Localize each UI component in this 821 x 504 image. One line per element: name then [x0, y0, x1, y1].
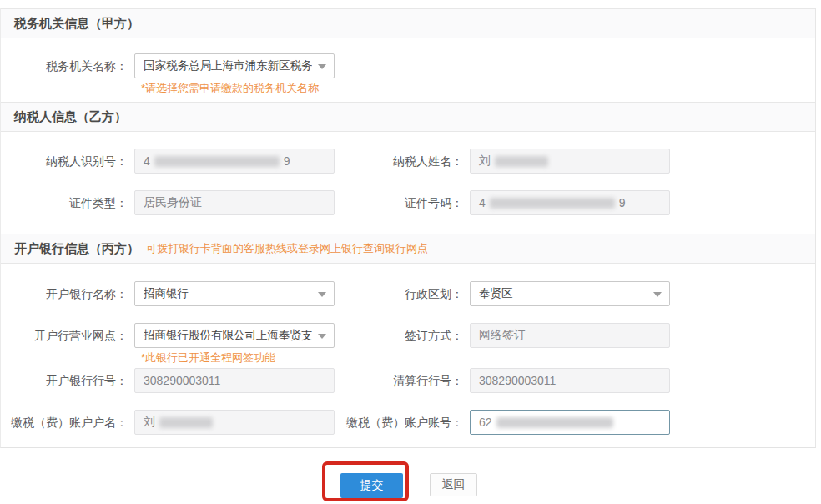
- bank-branch-value: 招商银行股份有限公司上海奉贤支行: [144, 328, 312, 343]
- tax-authority-name-label: 税务机关名称：: [1, 53, 134, 78]
- back-button[interactable]: 返回: [430, 473, 477, 496]
- sign-method-field: 网络签订: [470, 323, 670, 348]
- form-panel: 税务机关信息（甲方） 税务机关名称： 国家税务总局上海市浦东新区税务局 *请选择…: [0, 8, 816, 448]
- bank-name-select[interactable]: 招商银行: [134, 281, 335, 306]
- account-number-prefix: 62: [479, 416, 492, 429]
- taxpayer-name-prefix: 刘: [479, 154, 491, 169]
- section-tax-authority-header: 税务机关信息（甲方）: [1, 8, 815, 38]
- account-name-label: 缴税（费）账户户名：: [1, 410, 134, 435]
- form-actions: 提交 返回: [0, 473, 821, 498]
- section-tax-authority-body: 税务机关名称： 国家税务总局上海市浦东新区税务局 *请选择您需申请缴款的税务机关…: [1, 38, 815, 102]
- account-name-prefix: 刘: [144, 415, 155, 430]
- account-name-field: 刘: [134, 410, 335, 435]
- taxpayer-id-label: 纳税人识别号：: [1, 149, 134, 174]
- section-taxpayer-title: 纳税人信息（乙方）: [14, 102, 127, 132]
- tripartite-agreement-form-page: 税务机关信息（甲方） 税务机关名称： 国家税务总局上海市浦东新区税务局 *请选择…: [0, 0, 821, 504]
- section-bank-title: 开户银行信息（丙方）: [14, 234, 139, 264]
- bank-branch-label: 开户行营业网点：: [1, 323, 134, 348]
- clearing-code-label: 清算行行号：: [335, 368, 470, 393]
- cert-type-field: 居民身份证: [134, 190, 335, 215]
- account-number-input[interactable]: 62: [470, 410, 670, 435]
- cert-type-label: 证件类型：: [1, 190, 134, 215]
- clearing-code-value: 308290003011: [479, 374, 556, 387]
- cert-number-suffix: 9: [619, 196, 626, 209]
- redacted-value: [490, 198, 615, 209]
- redacted-value: [159, 417, 213, 428]
- redacted-value: [495, 156, 548, 167]
- bank-code-value: 308290003011: [144, 374, 220, 387]
- redacted-value: [154, 156, 280, 167]
- tax-authority-name-select[interactable]: 国家税务总局上海市浦东新区税务局: [134, 53, 335, 78]
- cert-number-field: 4 9: [470, 190, 670, 215]
- district-select[interactable]: 奉贤区: [470, 281, 670, 306]
- cert-type-value: 居民身份证: [144, 195, 202, 210]
- section-tax-authority-title: 税务机关信息（甲方）: [14, 8, 139, 38]
- taxpayer-name-field: 刘: [470, 149, 670, 174]
- submit-wrap: 提交: [340, 473, 403, 498]
- redacted-value: [496, 417, 613, 428]
- taxpayer-id-field: 4 9: [134, 149, 335, 174]
- bank-branch-hint: *此银行已开通全程网签功能: [141, 352, 815, 364]
- section-taxpayer-body: 纳税人识别号： 4 9 纳税人姓名： 刘: [1, 132, 815, 234]
- taxpayer-id-prefix: 4: [144, 154, 150, 168]
- tax-authority-hint: *请选择您需申请缴款的税务机关名称: [141, 83, 815, 94]
- bank-name-value: 招商银行: [144, 286, 189, 301]
- bank-code-field: 308290003011: [134, 368, 335, 393]
- tax-authority-name-value: 国家税务总局上海市浦东新区税务局: [144, 58, 312, 73]
- bank-code-label: 开户银行行号：: [1, 368, 134, 393]
- district-value: 奉贤区: [479, 286, 513, 301]
- bank-branch-select[interactable]: 招商银行股份有限公司上海奉贤支行: [134, 323, 335, 348]
- clearing-code-field: 308290003011: [470, 368, 670, 393]
- cert-number-prefix: 4: [479, 196, 486, 209]
- sign-method-label: 签订方式：: [335, 323, 470, 348]
- account-number-label: 缴税（费）账户账号：: [335, 410, 470, 435]
- section-bank-body: 开户银行名称： 招商银行 行政区划： 奉贤区: [1, 264, 815, 447]
- taxpayer-name-label: 纳税人姓名：: [335, 149, 470, 174]
- section-bank-hint: 可拨打银行卡背面的客服热线或登录网上银行查询银行网点: [146, 234, 428, 264]
- bank-name-label: 开户银行名称：: [1, 281, 134, 306]
- district-label: 行政区划：: [335, 281, 470, 306]
- taxpayer-id-suffix: 9: [284, 154, 290, 168]
- sign-method-value: 网络签订: [479, 328, 526, 343]
- cert-number-label: 证件号码：: [335, 190, 470, 215]
- section-taxpayer-header: 纳税人信息（乙方）: [1, 102, 815, 132]
- submit-button[interactable]: 提交: [340, 473, 403, 498]
- section-bank-header: 开户银行信息（丙方） 可拨打银行卡背面的客服热线或登录网上银行查询银行网点: [1, 234, 815, 264]
